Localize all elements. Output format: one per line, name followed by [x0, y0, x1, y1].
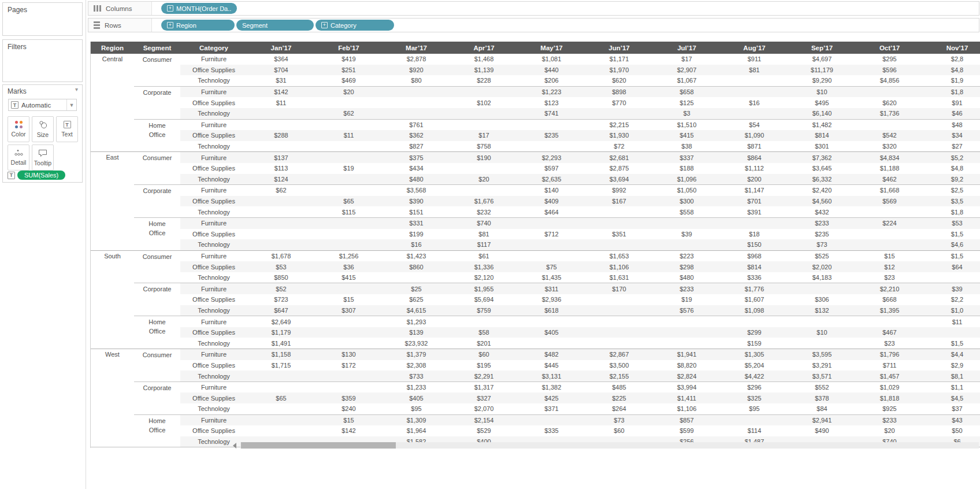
value-cell[interactable]: $1,955	[450, 283, 518, 294]
value-cell[interactable]: $34	[923, 130, 980, 141]
segment-label[interactable]: Consumer	[134, 250, 180, 283]
value-cell[interactable]: $2,215	[585, 119, 653, 130]
value-cell[interactable]: $2,020	[788, 261, 856, 272]
value-cell[interactable]: $2,681	[585, 152, 653, 163]
value-cell[interactable]: $405	[518, 327, 585, 338]
value-cell[interactable]: $306	[788, 294, 856, 305]
value-cell[interactable]: $758	[450, 141, 518, 152]
value-cell[interactable]: $15	[856, 250, 923, 261]
value-cell[interactable]: $480	[383, 174, 450, 185]
value-cell[interactable]: $391	[721, 206, 788, 217]
value-cell[interactable]	[856, 229, 923, 240]
value-cell[interactable]: $23	[856, 272, 923, 283]
category-label[interactable]: Office Supplies	[180, 196, 247, 207]
value-cell[interactable]: $1,223	[518, 86, 585, 97]
value-cell[interactable]: $2,9	[923, 360, 980, 371]
category-label[interactable]: Technology	[180, 338, 247, 349]
value-cell[interactable]: $1,309	[383, 414, 450, 425]
column-header[interactable]: Segment	[134, 42, 180, 54]
value-cell[interactable]: $419	[315, 54, 383, 65]
value-cell[interactable]: $992	[585, 185, 653, 196]
value-cell[interactable]: $351	[585, 229, 653, 240]
category-label[interactable]: Furniture	[180, 185, 247, 196]
value-cell[interactable]	[721, 414, 788, 425]
value-cell[interactable]: $529	[450, 425, 518, 436]
value-cell[interactable]: $1,188	[856, 163, 923, 174]
segment-label[interactable]: Consumer	[134, 349, 180, 382]
value-cell[interactable]: $25	[383, 283, 450, 294]
value-cell[interactable]: $159	[721, 338, 788, 349]
value-cell[interactable]: $712	[518, 229, 585, 240]
value-cell[interactable]	[585, 316, 653, 327]
category-label[interactable]: Furniture	[180, 283, 247, 294]
value-cell[interactable]: $223	[653, 250, 721, 261]
value-cell[interactable]: $1,179	[247, 327, 315, 338]
value-cell[interactable]: $6,332	[788, 174, 856, 185]
segment-label[interactable]: Home Office	[134, 217, 180, 250]
value-cell[interactable]: $1,970	[585, 65, 653, 76]
value-cell[interactable]	[247, 141, 315, 152]
value-cell[interactable]	[585, 217, 653, 228]
value-cell[interactable]: $8,820	[653, 360, 721, 371]
value-cell[interactable]: $1,256	[315, 250, 383, 261]
value-cell[interactable]: $102	[450, 97, 518, 108]
value-cell[interactable]: $8,1	[923, 371, 980, 381]
value-cell[interactable]: $11	[315, 130, 383, 141]
value-cell[interactable]: $37	[923, 403, 980, 414]
value-cell[interactable]: $3,694	[585, 174, 653, 185]
column-header[interactable]: Nov’17	[923, 42, 980, 54]
value-cell[interactable]: $445	[518, 360, 585, 371]
value-cell[interactable]: $1,395	[856, 305, 923, 316]
value-cell[interactable]: $325	[721, 392, 788, 403]
value-cell[interactable]: $1,171	[585, 54, 653, 65]
value-cell[interactable]: $1,158	[247, 349, 315, 360]
value-cell[interactable]	[315, 217, 383, 228]
value-cell[interactable]: $658	[653, 86, 721, 97]
value-cell[interactable]: $233	[788, 217, 856, 228]
value-cell[interactable]: $1,067	[653, 75, 721, 86]
value-cell[interactable]: $2,649	[247, 316, 315, 327]
field-pill-region[interactable]: +Region	[161, 20, 235, 31]
value-cell[interactable]: $2,070	[450, 403, 518, 414]
value-cell[interactable]: $288	[247, 130, 315, 141]
value-cell[interactable]: $2,293	[518, 152, 585, 163]
category-label[interactable]: Office Supplies	[180, 229, 247, 240]
value-cell[interactable]: $1,106	[585, 261, 653, 272]
value-cell[interactable]: $130	[315, 349, 383, 360]
value-cell[interactable]: $295	[856, 54, 923, 65]
value-cell[interactable]: $75	[518, 261, 585, 272]
value-cell[interactable]: $390	[383, 196, 450, 207]
value-cell[interactable]: $4,8	[923, 163, 980, 174]
value-cell[interactable]	[315, 381, 383, 392]
segment-label[interactable]: Corporate	[134, 381, 180, 414]
value-cell[interactable]: $1,0	[923, 305, 980, 316]
value-cell[interactable]: $188	[653, 163, 721, 174]
value-cell[interactable]	[788, 283, 856, 294]
detail-button[interactable]: Detail	[8, 145, 29, 171]
value-cell[interactable]: $864	[721, 152, 788, 163]
value-cell[interactable]: $60	[585, 425, 653, 436]
value-cell[interactable]: $1,8	[923, 86, 980, 97]
value-cell[interactable]: $20	[856, 425, 923, 436]
column-header[interactable]: Jul’17	[653, 42, 721, 54]
column-header[interactable]: Sep’17	[788, 42, 856, 54]
category-label[interactable]: Technology	[180, 108, 247, 119]
text-button[interactable]: T Text	[56, 116, 78, 142]
value-cell[interactable]	[315, 283, 383, 294]
value-cell[interactable]: $95	[721, 403, 788, 414]
value-cell[interactable]: $1,468	[450, 54, 518, 65]
category-label[interactable]: Technology	[180, 206, 247, 217]
category-label[interactable]: Technology	[180, 141, 247, 152]
category-label[interactable]: Furniture	[180, 86, 247, 97]
value-cell[interactable]: $125	[653, 97, 721, 108]
value-cell[interactable]: $331	[383, 217, 450, 228]
value-cell[interactable]: $2,907	[653, 65, 721, 76]
value-cell[interactable]: $64	[923, 261, 980, 272]
value-cell[interactable]: $228	[450, 75, 518, 86]
value-cell[interactable]	[247, 229, 315, 240]
value-cell[interactable]: $190	[450, 152, 518, 163]
pages-shelf[interactable]: Pages	[2, 2, 83, 36]
value-cell[interactable]: $1,147	[721, 185, 788, 196]
value-cell[interactable]	[450, 108, 518, 119]
region-label[interactable]: West	[91, 349, 134, 447]
